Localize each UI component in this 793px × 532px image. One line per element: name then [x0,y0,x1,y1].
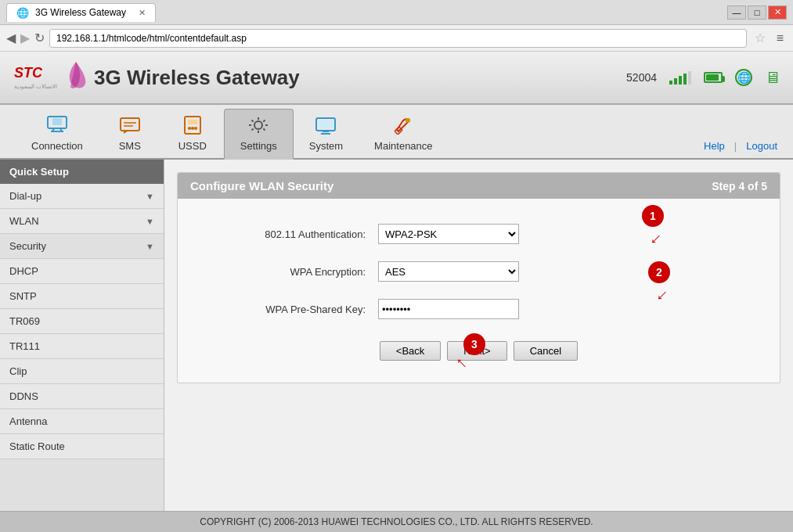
star-icon[interactable]: ☆ [752,31,769,45]
sidebar-item-sntp[interactable]: SNTP [0,284,164,309]
stc-bird-icon [64,60,88,95]
address-bar[interactable] [49,29,747,48]
back-button[interactable]: ◀ [6,31,16,45]
psk-form-row: WPA Pre-Shared Key: [209,299,748,319]
app-title: 3G Wireless Gateway [94,66,300,90]
chevron-down-icon: ▼ [146,192,154,201]
nav-item-connection[interactable]: Connection [16,107,99,158]
minimize-icon: — [733,8,741,17]
app-logo: STC الاتصالات السعودية [13,60,88,95]
sidebar-item-tr069[interactable]: TR069 [0,309,164,334]
nav-label-system: System [309,140,343,152]
svg-rect-11 [188,120,197,124]
nav-item-settings[interactable]: Settings [224,109,294,160]
annotation-1: 1 [642,205,664,227]
globe-icon: 🌐 [735,69,752,86]
sidebar-item-dialup[interactable]: Dial-up ▼ [0,184,164,209]
system-icon [315,116,337,137]
sidebar-item-dhcp[interactable]: DHCP [0,259,164,284]
chevron-down-icon: ▼ [146,217,154,226]
help-link[interactable]: Help [704,140,725,152]
svg-point-13 [191,127,194,130]
encryption-label: WPA Encryption: [209,266,366,278]
maintenance-icon [392,116,414,137]
signal-number: 52004 [626,71,657,84]
psk-label: WPA Pre-Shared Key: [209,304,366,315]
content-panel-header: Configure WLAN Security Step 4 of 5 [178,173,780,199]
stc-logo-svg: STC الاتصالات السعودية [13,60,59,95]
encryption-select[interactable]: TKIP AES TKIP+AES [378,261,519,282]
nav-label-connection: Connection [31,140,83,152]
browser-tab[interactable]: 🌐 3G Wireless Gateway ✕ [6,3,156,22]
auth-label: 802.11 Authentication: [209,228,366,240]
tab-close-icon[interactable]: ✕ [139,8,146,18]
svg-point-12 [188,127,191,130]
annotation-3: 3 [463,333,485,355]
connection-icon [46,113,68,137]
auth-select[interactable]: Open WEP WPA-PSK WPA2-PSK WPA/WPA2-PSK [378,224,519,244]
nav-label-settings: Settings [240,140,277,152]
svg-rect-18 [323,131,329,132]
minimize-button[interactable]: — [727,5,746,20]
svg-rect-3 [52,118,62,125]
monitor-icon: 🖥 [765,69,780,87]
close-icon: ✕ [774,7,781,17]
svg-point-15 [254,121,262,129]
sms-icon [119,116,141,137]
sidebar-item-antenna[interactable]: Antenna [0,409,164,434]
content-panel: Configure WLAN Security Step 4 of 5 1 ↓ … [177,172,780,383]
nav-label-sms: SMS [119,140,141,152]
footer: COPYRIGHT (C) 2006-2013 HUAWEI TECHNOLOG… [0,511,793,532]
refresh-button[interactable]: ↻ [34,31,45,45]
svg-text:الاتصالات السعودية: الاتصالات السعودية [14,84,57,90]
nav-label-maintenance: Maintenance [374,140,432,152]
maximize-icon: □ [755,8,760,17]
maximize-button[interactable]: □ [748,5,766,20]
content-panel-body: 1 ↓ 2 ↓ 3 ↓ 802.11 Au [178,199,780,383]
tab-title: 3G Wireless Gateway [35,7,126,18]
tab-favicon: 🌐 [16,7,29,19]
annotation-2: 2 [648,261,670,283]
svg-rect-7 [121,118,139,131]
psk-input[interactable] [378,299,519,319]
nav-label-ussd: USSD [178,140,207,152]
chevron-down-icon: ▼ [146,242,154,251]
svg-rect-17 [319,120,333,128]
ussd-icon [182,116,204,137]
svg-point-14 [194,127,197,130]
svg-point-21 [406,118,410,123]
sidebar-item-clip[interactable]: Clip [0,359,164,384]
content-panel-title: Configure WLAN Security [190,179,333,192]
step-label: Step 4 of 5 [712,180,767,192]
sidebar-header: Quick Setup [0,160,164,184]
sidebar-item-security[interactable]: Security ▼ [0,234,164,259]
menu-icon[interactable]: ≡ [773,31,787,45]
close-button[interactable]: ✕ [768,5,787,20]
nav-item-system[interactable]: System [294,110,359,158]
cancel-button[interactable]: Cancel [514,341,578,361]
logout-link[interactable]: Logout [746,140,777,152]
settings-icon [247,116,269,137]
signal-bars-icon [669,70,691,84]
auth-form-row: 802.11 Authentication: Open WEP WPA-PSK … [209,224,748,244]
svg-text:STC: STC [14,65,43,81]
nav-item-maintenance[interactable]: Maintenance [359,110,448,158]
nav-item-ussd[interactable]: USSD [161,110,224,158]
back-button[interactable]: <Back [380,341,442,361]
sidebar-item-ddns[interactable]: DDNS [0,384,164,409]
sidebar-item-staticroute[interactable]: Static Route [0,434,164,459]
sidebar-item-tr111[interactable]: TR111 [0,334,164,359]
sidebar-item-wlan[interactable]: WLAN ▼ [0,209,164,234]
forward-button[interactable]: ▶ [20,31,30,45]
nav-item-sms[interactable]: SMS [99,110,161,158]
battery-icon [704,72,723,83]
svg-rect-10 [185,117,200,134]
